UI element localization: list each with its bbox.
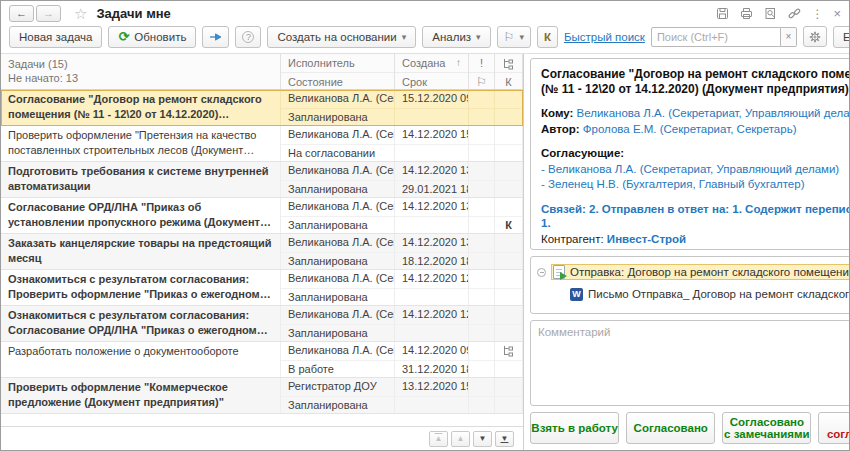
- sort-asc-icon: ↑: [456, 54, 461, 72]
- task-due: 29.01.2021 18:00: [395, 180, 468, 198]
- link-icon[interactable]: [787, 7, 801, 21]
- refresh-icon: ⟳: [118, 30, 129, 43]
- task-title: Согласование ОРД/ЛНА "Приказ об установл…: [1, 198, 281, 233]
- task-row[interactable]: Согласование "Договор на ремонт складско…: [1, 90, 523, 126]
- task-row[interactable]: Разработать положение о документообороте…: [1, 342, 523, 378]
- col-flag-icon: ⚐: [469, 72, 494, 89]
- col-state: Состояние: [281, 72, 394, 89]
- forward-button[interactable]: →: [36, 5, 61, 22]
- titlebar: ← → ☆ Задачи мне: [1, 1, 849, 24]
- task-created: 15.12.2020 09:24: [395, 90, 468, 108]
- approved-button[interactable]: Согласовано: [626, 412, 715, 444]
- task-executor: Регистратор ДОУ: [281, 378, 394, 396]
- task-created: 14.12.2020 13:12: [395, 198, 468, 216]
- attachment-title: Отправка: Договор на ремонт складского п…: [570, 266, 850, 278]
- go-up-button[interactable]: ▲: [451, 431, 470, 447]
- col-due: Срок: [395, 72, 468, 89]
- go-last-button[interactable]: ▼: [495, 431, 514, 447]
- task-row[interactable]: Проверить оформление "Коммерческое предл…: [1, 378, 523, 414]
- task-title: Согласование "Договор на ремонт складско…: [1, 90, 281, 125]
- close-icon[interactable]: ×: [833, 8, 841, 20]
- document-send-icon: [553, 265, 565, 279]
- approver-link[interactable]: - Зеленец Н.В. (Бухгалтерия, Главный бух…: [541, 177, 850, 192]
- author-link[interactable]: Фролова Е.М. (Секретариат, Секретарь): [583, 123, 797, 135]
- task-row[interactable]: Ознакомиться с результатом согласования:…: [1, 270, 523, 306]
- task-executor: Великанова Л.А. (Сек...: [281, 342, 394, 360]
- relations-link[interactable]: Связей: 2. Отправлен в ответ на: 1. Соде…: [541, 202, 850, 231]
- word-file-icon: W: [570, 288, 583, 301]
- list-not-started: Не начато: 13: [8, 71, 273, 85]
- task-control-mark: К: [495, 216, 522, 234]
- col-priority-icon: !: [469, 54, 494, 72]
- create-based-on-button[interactable]: Создать на основании ▾: [267, 26, 416, 48]
- comment-input[interactable]: [530, 320, 850, 406]
- not-approved-button[interactable]: Не согласовано: [818, 412, 850, 444]
- list-navigation: ▲ ▲ ▼ ▼: [1, 426, 523, 450]
- quick-search-link[interactable]: Быстрый поиск: [564, 31, 645, 43]
- task-state: Запланирована: [281, 216, 394, 234]
- analysis-button[interactable]: Анализ ▾: [422, 26, 490, 48]
- task-executor: Великанова Л.А. (Сек...: [281, 234, 394, 252]
- task-state: Запланирована: [281, 180, 394, 198]
- task-executor: Великанова Л.А. (Сек...: [281, 198, 394, 216]
- task-executor: Великанова Л.А. (Сек...: [281, 162, 394, 180]
- forward-task-button[interactable]: [202, 26, 229, 48]
- collapse-icon[interactable]: [537, 268, 546, 277]
- task-state: Запланирована: [281, 108, 394, 126]
- task-due: [395, 324, 468, 342]
- task-created: 14.12.2020 12:32: [395, 306, 468, 324]
- task-title: Проверить оформление "Коммерческое предл…: [1, 378, 281, 413]
- more-button[interactable]: Еще ▾: [833, 26, 850, 48]
- gear-icon: [809, 31, 821, 43]
- task-list-header[interactable]: Задачи (15) Не начато: 13 Исполнитель Со…: [1, 54, 523, 90]
- task-row[interactable]: Согласование ОРД/ЛНА "Приказ об установл…: [1, 198, 523, 234]
- help-icon: ?: [242, 31, 254, 43]
- new-task-button[interactable]: Новая задача: [9, 26, 102, 48]
- task-row[interactable]: Ознакомиться с результатом согласования:…: [1, 306, 523, 342]
- settings-gear-button[interactable]: [803, 26, 827, 47]
- flag-icon: ⚐: [504, 30, 515, 44]
- search-clear-icon[interactable]: ×: [781, 27, 797, 47]
- task-state: На согласовании: [281, 144, 394, 162]
- take-to-work-button[interactable]: Взять в работу: [530, 412, 619, 444]
- attachment-file-name: Письмо Отправка_ Договор на ремонт склад…: [588, 288, 850, 300]
- approvers-label: Согласующие:: [541, 146, 850, 161]
- task-row[interactable]: Подготовить требования к системе внутрен…: [1, 162, 523, 198]
- attachment-row[interactable]: Отправка: Договор на ремонт складского п…: [537, 263, 850, 281]
- flag-menu-button[interactable]: ⚐ ▾: [497, 26, 531, 48]
- task-row[interactable]: Проверить оформление "Претензия на качес…: [1, 126, 523, 162]
- contractor-link[interactable]: Инвест-Строй: [607, 233, 686, 245]
- addressee-link[interactable]: Великанова Л.А. (Секретариат, Управляющи…: [577, 107, 850, 119]
- comment-area: …: [530, 320, 850, 406]
- task-title: Подготовить требования к системе внутрен…: [1, 162, 281, 197]
- refresh-button[interactable]: ⟳ Обновить: [108, 26, 196, 48]
- chevron-down-icon: ▾: [476, 32, 481, 42]
- task-executor: Великанова Л.А. (Сек...: [281, 90, 394, 108]
- approved-with-remarks-button[interactable]: Согласовано с замечаниями: [722, 412, 811, 444]
- print-icon[interactable]: [739, 7, 753, 21]
- go-first-button[interactable]: ▲: [429, 431, 448, 447]
- control-k-button[interactable]: К: [537, 26, 558, 48]
- task-created: 13.12.2020 15:54: [395, 378, 468, 396]
- save-icon[interactable]: [715, 7, 729, 21]
- back-button[interactable]: ←: [9, 5, 34, 22]
- task-state: Запланирована: [281, 324, 394, 342]
- chevron-down-icon: ▾: [402, 32, 407, 42]
- toolbar: Новая задача ⟳ Обновить ? Создать на осн…: [1, 24, 849, 54]
- kebab-menu-icon[interactable]: ⋮: [811, 8, 823, 20]
- task-state: Запланирована: [281, 252, 394, 270]
- col-k: К: [495, 72, 522, 89]
- favorite-star-icon[interactable]: ☆: [74, 6, 87, 21]
- task-created: 14.12.2020 13:07: [395, 234, 468, 252]
- help-button[interactable]: ?: [235, 26, 261, 48]
- task-title: Ознакомиться с результатом согласования:…: [1, 306, 281, 341]
- preview-icon[interactable]: [763, 7, 777, 21]
- task-row[interactable]: Заказать канцелярские товары на предстоя…: [1, 234, 523, 270]
- attachment-file-row[interactable]: W Письмо Отправка_ Договор на ремонт скл…: [537, 285, 850, 303]
- task-state: В работе: [281, 360, 394, 378]
- task-description-box: Согласование "Договор на ремонт складско…: [530, 58, 850, 250]
- search-input[interactable]: [651, 27, 781, 47]
- approver-link[interactable]: - Великанова Л.А. (Секретариат, Управляю…: [541, 162, 850, 177]
- go-down-button[interactable]: ▼: [473, 431, 492, 447]
- task-executor: Великанова Л.А. (Сек...: [281, 306, 394, 324]
